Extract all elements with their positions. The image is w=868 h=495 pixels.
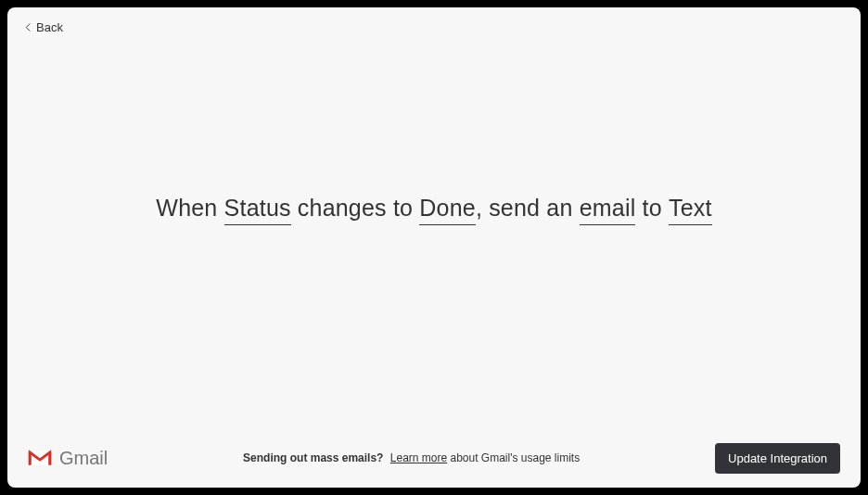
- done-token[interactable]: Done: [419, 195, 476, 225]
- learn-more-link[interactable]: Learn more: [390, 451, 447, 464]
- notice-rest: about Gmail's usage limits: [447, 451, 580, 464]
- back-button[interactable]: Back: [24, 20, 63, 34]
- gmail-icon: [28, 446, 52, 470]
- top-bar: Back: [7, 7, 861, 47]
- text-token[interactable]: Text: [669, 195, 712, 225]
- sentence-part: , send an: [476, 195, 580, 221]
- status-token[interactable]: Status: [224, 195, 291, 225]
- sentence-part: to: [635, 195, 669, 221]
- recipe-sentence: When Status changes to Done, send an ema…: [156, 195, 711, 225]
- brand-name: Gmail: [59, 448, 108, 469]
- sentence-part: changes to: [291, 195, 420, 221]
- gmail-brand: Gmail: [28, 446, 108, 470]
- update-integration-button[interactable]: Update Integration: [715, 443, 840, 474]
- back-label: Back: [36, 20, 63, 34]
- chevron-left-icon: [24, 20, 32, 34]
- main-content: When Status changes to Done, send an ema…: [7, 47, 861, 428]
- footer: Gmail Sending out mass emails? Learn mor…: [7, 428, 861, 488]
- footer-notice: Sending out mass emails? Learn more abou…: [122, 451, 700, 464]
- email-token[interactable]: email: [580, 195, 636, 225]
- integration-config-page: Back When Status changes to Done, send a…: [7, 7, 861, 488]
- notice-question: Sending out mass emails?: [243, 451, 383, 464]
- sentence-part: When: [156, 195, 223, 221]
